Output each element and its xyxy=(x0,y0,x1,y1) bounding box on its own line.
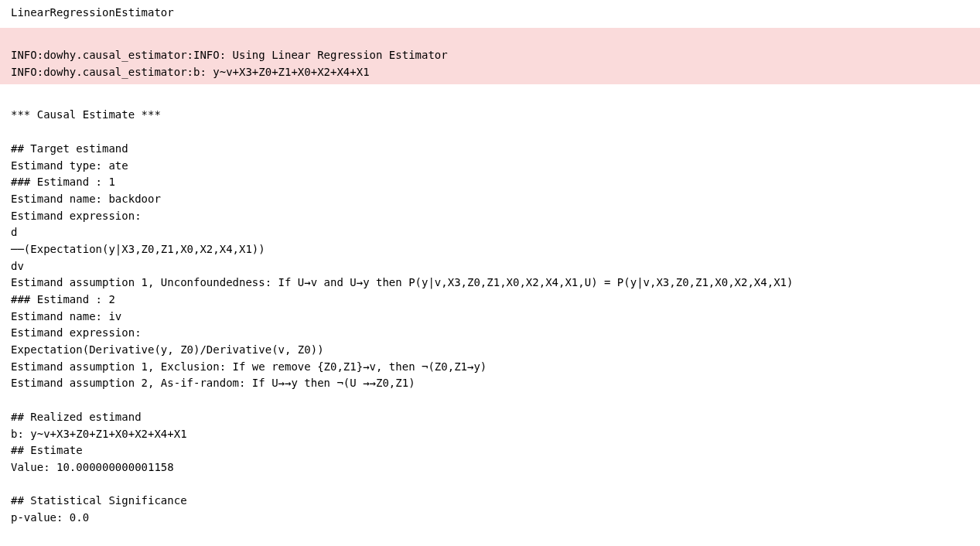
estimand2-expression: Expectation(Derivative(y, Z0)/Derivative… xyxy=(11,343,324,356)
output-block: *** Causal Estimate *** ## Target estima… xyxy=(0,90,980,546)
info-log-block: INFO:dowhy.causal_estimator:INFO: Using … xyxy=(0,28,980,84)
estimand1-assumption: Estimand assumption 1, Unconfoundedness:… xyxy=(11,276,793,288)
causal-estimate-title: *** Causal Estimate *** xyxy=(11,108,161,121)
realized-estimand-header: ## Realized estimand xyxy=(11,411,142,423)
estimand1-header: ### Estimand : 1 xyxy=(11,176,115,188)
info-line-2: INFO:dowhy.causal_estimator:b: y~v+X3+Z0… xyxy=(11,66,370,78)
estimand2-expression-label: Estimand expression: xyxy=(11,326,142,339)
estimand1-expression-top: d xyxy=(11,226,17,238)
estimate-header: ## Estimate xyxy=(11,444,83,456)
estimand-type: Estimand type: ate xyxy=(11,159,128,172)
estimand1-expression-bot: dv xyxy=(11,260,24,272)
estimand2-name: Estimand name: iv xyxy=(11,310,121,322)
statistical-significance-header: ## Statistical Significance xyxy=(11,494,187,507)
target-estimand-header: ## Target estimand xyxy=(11,142,128,155)
estimator-header: LinearRegressionEstimator xyxy=(0,5,980,22)
estimand2-assumption2: Estimand assumption 2, As-if-random: If … xyxy=(11,377,415,389)
estimand1-expression-label: Estimand expression: xyxy=(11,210,142,222)
estimand1-name: Estimand name: backdoor xyxy=(11,193,161,205)
estimate-value: Value: 10.000000000001158 xyxy=(11,461,174,473)
estimand2-header: ### Estimand : 2 xyxy=(11,293,115,305)
estimand2-assumption1: Estimand assumption 1, Exclusion: If we … xyxy=(11,360,487,373)
estimand1-expression-mid: ──(Expectation(y|X3,Z0,Z1,X0,X2,X4,X1)) xyxy=(11,243,265,255)
realized-estimand-expr: b: y~v+X3+Z0+Z1+X0+X2+X4+X1 xyxy=(11,428,187,440)
info-line-1: INFO:dowhy.causal_estimator:INFO: Using … xyxy=(11,49,448,61)
p-value: p-value: 0.0 xyxy=(11,511,89,524)
